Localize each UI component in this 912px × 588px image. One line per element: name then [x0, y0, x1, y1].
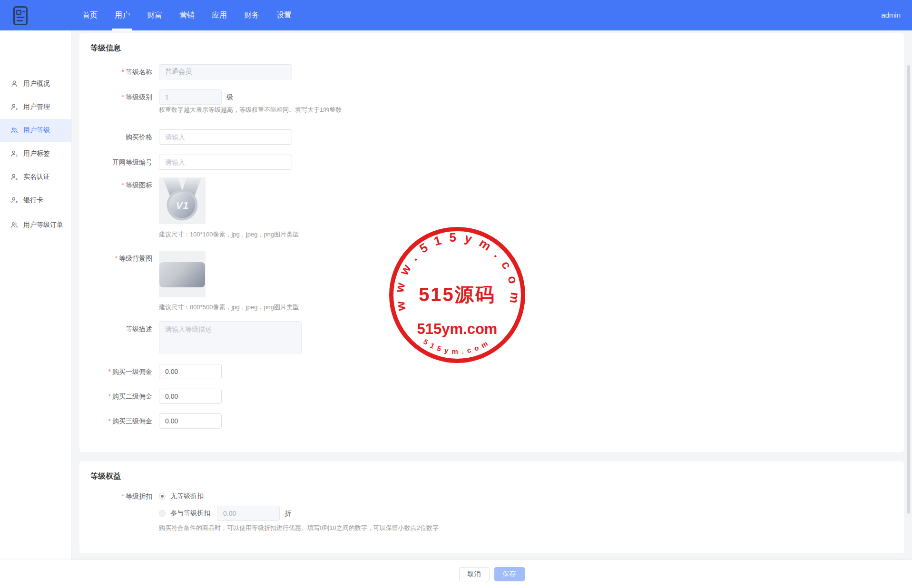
medal-v1-image: V1: [159, 177, 206, 224]
menu-item-marketing[interactable]: 营销: [171, 0, 203, 30]
form-row-commission-2: *购买二级佣金: [89, 389, 222, 404]
required-mark: *: [108, 417, 111, 425]
level-background-upload[interactable]: [159, 251, 206, 297]
discount-unit: 折: [284, 506, 291, 521]
sidebar-item-label: 用户管理: [23, 103, 50, 111]
network-level-code-label: 开网等级编号: [89, 155, 152, 170]
required-mark: *: [122, 68, 124, 76]
current-user[interactable]: admin: [881, 0, 901, 30]
required-mark: *: [122, 492, 124, 500]
commission-1-label: *购买一级佣金: [89, 364, 152, 379]
sidebar-item-label: 用户等级订单: [23, 221, 63, 229]
commission-2-label: *购买二级佣金: [89, 389, 152, 404]
sidebar-item-bank-card[interactable]: 银行卡: [0, 189, 71, 212]
menu-item-home[interactable]: 首页: [74, 0, 106, 30]
user-check-icon: [10, 173, 18, 181]
form-row-level-background: *等级背景图: [89, 251, 206, 297]
level-background-image: [159, 262, 205, 287]
form-row-level-name: *等级名称: [89, 64, 292, 79]
sidebar-item-label: 用户标签: [23, 149, 50, 158]
radio-unselected-icon[interactable]: [159, 510, 166, 517]
level-name-label: *等级名称: [89, 64, 152, 79]
discount-option-join-label[interactable]: 参与等级折扣: [170, 509, 210, 518]
purchase-price-input[interactable]: [159, 129, 292, 145]
discount-radio-group: 无等级折扣 参与等级折扣 折: [159, 489, 291, 521]
sidebar-item-user-tags[interactable]: 用户标签: [0, 142, 71, 165]
level-rank-label: *等级级别: [89, 89, 152, 105]
app-window: 首页 用户 财富 营销 应用 财务 设置 admin 用户概况 用户管理: [0, 0, 912, 588]
required-mark: *: [108, 368, 111, 375]
level-info-card: 等级信息 *等级名称 *等级级别 级 权重数字越大表示等级越高，等级权重不能相同…: [79, 33, 904, 452]
discount-value-input[interactable]: [217, 506, 280, 521]
form-row-level-rank: *等级级别 级: [89, 89, 233, 105]
form-row-purchase-price: 购买价格: [89, 129, 292, 145]
menu-item-finance[interactable]: 财务: [235, 0, 268, 30]
sidebar-item-identity-verification[interactable]: 实名认证: [0, 166, 71, 188]
level-background-label: *等级背景图: [89, 251, 152, 266]
sidebar-item-label: 银行卡: [23, 196, 43, 205]
discount-option-join[interactable]: 参与等级折扣 折: [159, 506, 291, 521]
sidebar-item-user-level-orders[interactable]: 用户等级订单: [0, 214, 71, 236]
form-row-level-discount: *等级折扣 无等级折扣 参与等级折扣 折: [89, 489, 291, 521]
menu-item-user[interactable]: 用户: [106, 0, 138, 30]
discount-option-none-label[interactable]: 无等级折扣: [170, 492, 204, 500]
commission-1-input[interactable]: [159, 364, 222, 379]
commission-3-label: *购买三级佣金: [89, 413, 152, 429]
app-logo-icon: [13, 6, 28, 25]
form-row-level-icon: *等级图标 V1: [89, 177, 206, 224]
top-nav: 首页 用户 财富 营销 应用 财务 设置 admin: [0, 0, 912, 30]
radio-selected-icon[interactable]: [159, 493, 166, 500]
level-discount-label: *等级折扣: [89, 489, 152, 504]
level-discount-hint: 购买符合条件的商品时，可以使用等级折扣进行优惠。填写0到10之间的数字，可以保留…: [159, 524, 439, 532]
sidebar-item-label: 用户概况: [23, 79, 50, 88]
svg-text:V1: V1: [176, 199, 189, 211]
form-row-level-description: 等级描述: [89, 321, 302, 353]
user-tag-icon: [10, 150, 18, 157]
required-mark: *: [115, 255, 118, 262]
required-mark: *: [122, 181, 124, 189]
level-rights-card: 等级权益 *等级折扣 无等级折扣 参与等级折扣 折 购买符合条件的商品时，可以使…: [79, 461, 904, 553]
user-icon: [10, 80, 18, 88]
purchase-price-label: 购买价格: [89, 129, 152, 145]
required-mark: *: [108, 392, 111, 400]
action-footer: 取消 保存: [0, 560, 912, 588]
level-rank-hint: 权重数字越大表示等级越高，等级权重不能相同。填写大于1的整数: [159, 106, 342, 114]
level-icon-upload[interactable]: V1: [159, 177, 206, 224]
level-rank-input[interactable]: [159, 89, 222, 105]
level-icon-hint: 建议尺寸：100*100像素，jpg，jpeg，png图片类型: [159, 230, 299, 239]
level-description-label: 等级描述: [89, 321, 152, 336]
level-rank-unit: 级: [226, 89, 233, 105]
user-settings-icon: [10, 103, 18, 111]
level-background-hint: 建议尺寸：800*500像素，jpg，jpeg，png图片类型: [159, 303, 299, 312]
required-mark: *: [122, 93, 124, 101]
level-name-input[interactable]: [159, 64, 292, 79]
commission-2-input[interactable]: [159, 389, 222, 404]
form-row-commission-3: *购买三级佣金: [89, 413, 222, 429]
level-icon-label: *等级图标: [89, 177, 152, 193]
network-level-code-input[interactable]: [159, 155, 292, 170]
level-info-title: 等级信息: [90, 43, 121, 53]
vertical-scrollbar[interactable]: [907, 65, 910, 514]
sidebar-item-user-management[interactable]: 用户管理: [0, 96, 71, 118]
main-menu: 首页 用户 财富 营销 应用 财务 设置: [74, 0, 300, 30]
sidebar: 用户概况 用户管理 用户等级 用户标签 实名认证: [0, 30, 72, 588]
cancel-button[interactable]: 取消: [459, 567, 490, 581]
form-row-commission-1: *购买一级佣金: [89, 364, 222, 379]
user-card-icon: [10, 196, 18, 204]
sidebar-item-label: 实名认证: [23, 173, 50, 181]
menu-item-settings[interactable]: 设置: [268, 0, 300, 30]
menu-item-apps[interactable]: 应用: [203, 0, 235, 30]
level-description-textarea[interactable]: [159, 321, 302, 353]
level-rights-title: 等级权益: [90, 471, 121, 481]
sidebar-item-user-level[interactable]: 用户等级: [0, 119, 71, 142]
commission-3-input[interactable]: [159, 413, 222, 429]
discount-option-none[interactable]: 无等级折扣: [159, 489, 291, 504]
sidebar-item-label: 用户等级: [23, 126, 50, 135]
save-button[interactable]: 保存: [494, 567, 525, 581]
users-group-icon: [10, 127, 18, 134]
menu-item-wealth[interactable]: 财富: [138, 0, 171, 30]
form-row-network-level-code: 开网等级编号: [89, 155, 292, 170]
sidebar-item-user-overview[interactable]: 用户概况: [0, 72, 71, 95]
users-group-icon: [10, 221, 18, 229]
